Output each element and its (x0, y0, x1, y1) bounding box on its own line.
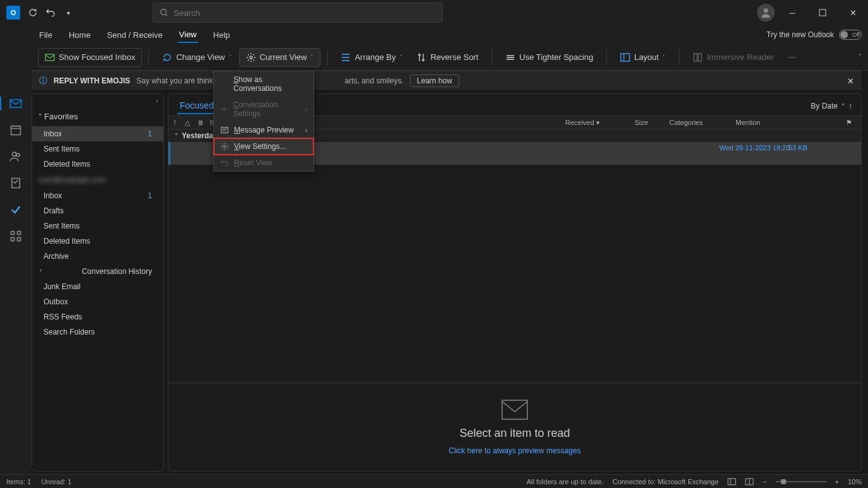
preview-link[interactable]: Click here to always preview messages (449, 446, 580, 455)
sort-by-button[interactable]: By Date˅↑ (811, 102, 852, 110)
dd-reset-view[interactable]: Reset View (214, 155, 314, 171)
search-box[interactable] (153, 3, 443, 23)
svg-rect-12 (18, 232, 21, 235)
current-view-button[interactable]: Current View˅ (239, 48, 321, 67)
minimize-button[interactable]: ─ (780, 0, 805, 25)
account-header[interactable]: user@example.com (32, 172, 163, 188)
try-new-outlook-toggle[interactable]: Off (839, 30, 862, 40)
info-bar: ⓘ REPLY WITH EMOJIS Say what you are thi… (32, 71, 862, 91)
show-focused-inbox-button[interactable]: Show Focused Inbox (38, 48, 142, 67)
svg-point-9 (16, 153, 20, 157)
todo-rail-icon[interactable] (8, 202, 23, 217)
svg-rect-6 (10, 100, 21, 108)
status-items: Items: 1 (6, 478, 31, 485)
maximize-button[interactable] (810, 0, 835, 25)
sync-icon[interactable] (24, 4, 42, 21)
col-mention[interactable]: Mention (732, 119, 842, 126)
book-icon (693, 52, 703, 62)
tab-view[interactable]: View (178, 27, 198, 43)
gear-small-icon (220, 105, 228, 114)
undo-icon[interactable] (42, 4, 59, 21)
envelope-check-icon (45, 52, 55, 62)
col-importance[interactable]: ! (168, 119, 181, 126)
folder-drafts[interactable]: Drafts (32, 203, 163, 218)
svg-rect-15 (502, 400, 527, 419)
person-icon (760, 7, 771, 18)
learn-how-button[interactable]: Learn how (410, 74, 459, 87)
tab-home[interactable]: Home (67, 28, 92, 42)
svg-point-16 (223, 108, 225, 110)
account-avatar[interactable] (757, 4, 775, 21)
folder-sent-fav[interactable]: Sent Items (32, 141, 163, 157)
col-reminder[interactable]: △ (181, 119, 194, 127)
sort-direction-icon[interactable]: ↑ (848, 102, 852, 110)
search-input[interactable] (173, 8, 436, 18)
menu-bar: File Home Send / Receive View Help Try t… (0, 25, 868, 44)
tab-help[interactable]: Help (212, 28, 232, 42)
folder-deleted-fav[interactable]: Deleted Items (32, 157, 163, 172)
status-uptodate: All folders are up to date. (527, 478, 604, 485)
mail-rail-icon[interactable] (8, 96, 23, 111)
tighter-spacing-button[interactable]: Use Tighter Spacing (498, 48, 600, 67)
calendar-rail-icon[interactable] (8, 122, 23, 138)
ribbon-overflow-button[interactable]: ⋯ (781, 48, 803, 66)
msg-size: 53 KB (789, 144, 807, 152)
col-received[interactable]: Received ▾ (561, 119, 631, 127)
gear-icon (246, 52, 256, 62)
folder-search[interactable]: Search Folders (32, 324, 163, 340)
col-size[interactable]: Size (631, 119, 666, 126)
folder-inbox[interactable]: Inbox1 (32, 188, 163, 203)
svg-rect-2 (819, 9, 826, 16)
folder-sent[interactable]: Sent Items (32, 218, 163, 234)
tab-file[interactable]: File (38, 28, 54, 42)
tab-send-receive[interactable]: Send / Receive (106, 28, 164, 42)
collapse-folder-pane[interactable]: ‹ (32, 94, 163, 107)
msg-received: Wed 29-11-2023 18:20 (719, 144, 790, 152)
gear-icon (220, 142, 229, 151)
dd-message-preview[interactable]: Message Preview› (214, 122, 314, 138)
immersive-reader-button[interactable]: Immersive Reader (686, 48, 780, 67)
zoom-value: 10% (848, 478, 862, 485)
zoom-out[interactable]: − (763, 478, 766, 485)
list-icon (341, 52, 351, 62)
current-view-dropdown: Show as Conversations Conversation Setti… (213, 71, 314, 172)
collapse-ribbon-icon[interactable]: ˅ (858, 53, 862, 62)
folder-archive[interactable]: Archive (32, 249, 163, 264)
customize-qat-icon[interactable]: ▾ (59, 4, 77, 21)
arrange-by-button[interactable]: Arrange By˅ (334, 48, 409, 67)
reverse-sort-button[interactable]: Reverse Sort (409, 48, 485, 67)
svg-point-18 (223, 145, 226, 148)
dd-view-settings[interactable]: View Settings... (214, 138, 314, 155)
more-apps-rail-icon[interactable] (8, 229, 23, 244)
change-view-button[interactable]: Change View˅ (155, 48, 238, 67)
tasks-rail-icon[interactable] (8, 176, 23, 191)
folder-conversation-history[interactable]: ›Conversation History (32, 264, 163, 279)
app-rail (0, 25, 32, 474)
col-icon[interactable]: 🗎 (194, 119, 206, 126)
info-icon: ⓘ (39, 75, 47, 86)
folder-deleted[interactable]: Deleted Items (32, 234, 163, 249)
folder-junk[interactable]: Junk Email (32, 279, 163, 294)
title-bar: O ▾ ─ ✕ (0, 0, 868, 25)
svg-rect-13 (11, 238, 15, 241)
folder-rss[interactable]: RSS Feeds (32, 309, 163, 324)
people-rail-icon[interactable] (8, 149, 23, 164)
folder-inbox-fav[interactable]: Inbox1 (32, 126, 163, 141)
svg-rect-7 (11, 126, 21, 135)
svg-point-1 (764, 8, 768, 13)
col-categories[interactable]: Categories (666, 119, 732, 126)
svg-rect-14 (18, 238, 21, 241)
zoom-in[interactable]: + (835, 478, 839, 485)
focused-tab[interactable]: Focused (177, 98, 216, 114)
dd-conversation-settings[interactable]: Conversation Settings› (214, 97, 314, 122)
zoom-slider[interactable] (776, 481, 826, 482)
view-normal-icon[interactable] (727, 477, 736, 486)
view-reading-icon[interactable] (745, 477, 754, 486)
info-close-button[interactable]: ✕ (847, 76, 854, 86)
folder-outbox[interactable]: Outbox (32, 294, 163, 309)
col-flag[interactable]: ⚑ (842, 119, 861, 127)
layout-button[interactable]: Layout˅ (613, 48, 672, 67)
favorites-header[interactable]: ˅Favorites (32, 107, 163, 126)
dd-show-conversations[interactable]: Show as Conversations (214, 71, 314, 97)
close-button[interactable]: ✕ (840, 0, 865, 25)
